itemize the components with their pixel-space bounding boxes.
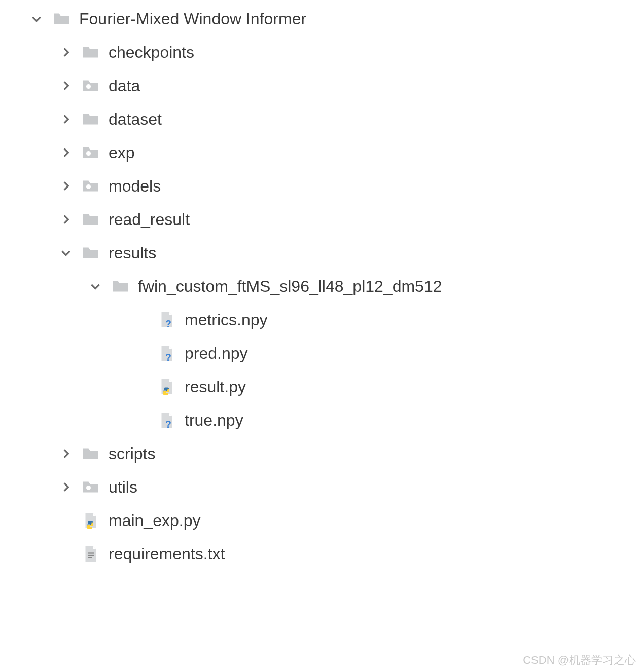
tree-item-dataset[interactable]: dataset xyxy=(0,102,639,136)
chevron-right-icon xyxy=(59,79,73,93)
chevron-down-icon xyxy=(59,246,73,260)
chevron-right-icon xyxy=(59,446,73,461)
chevron-right-icon xyxy=(59,45,73,59)
tree-item-label: metrics.npy xyxy=(185,311,268,329)
tree-item-data[interactable]: data xyxy=(0,69,639,102)
folder-icon xyxy=(80,209,101,230)
svg-text:?: ? xyxy=(165,318,171,329)
tree-item-label: fwin_custom_ftMS_sl96_ll48_pl12_dm512 xyxy=(138,277,442,296)
chevron-right-icon xyxy=(59,145,73,160)
tree-item-results[interactable]: results xyxy=(0,236,639,270)
chevron-right-icon xyxy=(59,480,73,494)
folder-dot-icon xyxy=(80,75,101,96)
file-python-icon xyxy=(80,510,101,531)
tree-item-utils[interactable]: utils xyxy=(0,470,639,504)
tree-item-exp[interactable]: exp xyxy=(0,136,639,169)
chevron-down-icon xyxy=(88,279,102,293)
file-text-icon xyxy=(80,543,101,565)
folder-dot-icon xyxy=(80,476,101,498)
folder-dot-icon xyxy=(80,142,101,163)
folder-icon xyxy=(80,443,101,464)
file-unknown-icon: ? xyxy=(156,309,178,330)
svg-point-0 xyxy=(86,84,91,89)
folder-icon xyxy=(80,42,101,63)
tree-item-label: read_result xyxy=(109,210,190,229)
tree-item-label: requirements.txt xyxy=(109,545,225,564)
tree-item-label: scripts xyxy=(109,444,155,463)
tree-item-label: data xyxy=(109,77,140,95)
folder-icon xyxy=(80,242,101,264)
chevron-right-icon xyxy=(59,179,73,193)
tree-item-metrics-npy[interactable]: ? metrics.npy xyxy=(0,303,639,337)
file-python-icon xyxy=(156,376,178,397)
svg-point-2 xyxy=(86,184,91,189)
tree-item-models[interactable]: models xyxy=(0,169,639,203)
tree-item-checkpoints[interactable]: checkpoints xyxy=(0,35,639,69)
tree-item-scripts[interactable]: scripts xyxy=(0,437,639,470)
tree-item-label: utils xyxy=(109,478,137,497)
tree-item-main-exp-py[interactable]: main_exp.py xyxy=(0,504,639,537)
file-unknown-icon: ? xyxy=(156,343,178,364)
folder-icon xyxy=(51,8,72,29)
watermark: CSDN @机器学习之心 xyxy=(523,653,636,668)
svg-text:?: ? xyxy=(165,352,171,363)
file-unknown-icon: ? xyxy=(156,409,178,431)
tree-item-label: true.npy xyxy=(185,411,243,430)
tree-item-label: exp xyxy=(109,143,135,162)
tree-item-label: results xyxy=(109,244,156,263)
tree-item-result-py[interactable]: result.py xyxy=(0,370,639,403)
chevron-down-icon xyxy=(29,12,44,26)
folder-icon xyxy=(110,276,131,297)
tree-item-true-npy[interactable]: ? true.npy xyxy=(0,403,639,437)
tree-item-label: checkpoints xyxy=(109,43,194,62)
tree-item-requirements-txt[interactable]: requirements.txt xyxy=(0,537,639,571)
tree-item-root[interactable]: Fourier-Mixed Window Informer xyxy=(0,2,639,35)
svg-point-6 xyxy=(86,486,91,490)
tree-item-label: dataset xyxy=(109,110,162,129)
tree-item-read-result[interactable]: read_result xyxy=(0,203,639,236)
tree-item-label: result.py xyxy=(185,378,246,396)
svg-point-1 xyxy=(86,151,91,156)
tree-item-label: models xyxy=(109,177,161,196)
tree-item-label: Fourier-Mixed Window Informer xyxy=(79,10,306,28)
tree-item-pred-npy[interactable]: ? pred.npy xyxy=(0,337,639,370)
chevron-right-icon xyxy=(59,212,73,227)
chevron-right-icon xyxy=(59,112,73,126)
tree-item-label: pred.npy xyxy=(185,344,248,363)
file-tree: Fourier-Mixed Window Informer checkpoint… xyxy=(0,0,639,571)
folder-icon xyxy=(80,108,101,130)
tree-item-label: main_exp.py xyxy=(109,511,200,530)
svg-text:?: ? xyxy=(165,419,171,430)
folder-dot-icon xyxy=(80,175,101,197)
tree-item-fwin-custom[interactable]: fwin_custom_ftMS_sl96_ll48_pl12_dm512 xyxy=(0,270,639,303)
